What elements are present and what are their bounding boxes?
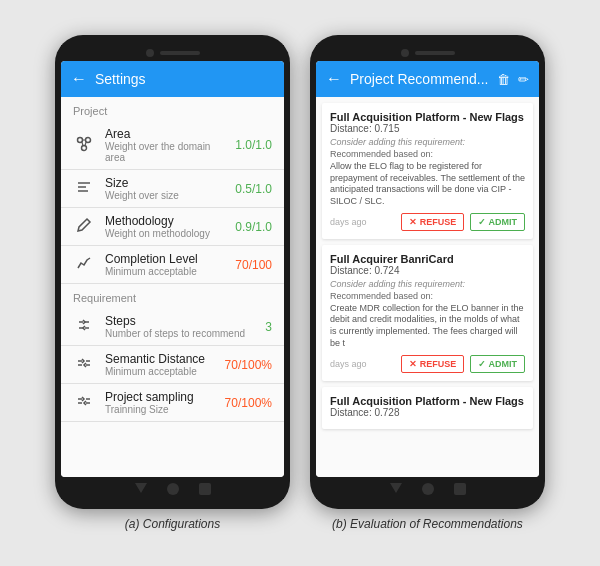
requirement-section-label: Requirement bbox=[61, 284, 284, 308]
rec-card-1-consider: Consider adding this requirement: bbox=[330, 137, 525, 147]
right-phone-bottom-bar bbox=[316, 477, 539, 499]
semantic-icon bbox=[73, 356, 95, 373]
rec-card-1: Full Acquisition Platform - New Flags Di… bbox=[322, 103, 533, 239]
right-phone: ← Project Recommend... 🗑 ✏ Full Acquisit… bbox=[310, 35, 545, 509]
methodology-icon bbox=[73, 217, 95, 236]
sampling-text: Project sampling Trainning Size bbox=[105, 390, 215, 415]
right-phone-caption: (b) Evaluation of Recommendations bbox=[332, 517, 523, 531]
size-value: 0.5/1.0 bbox=[235, 182, 272, 196]
area-subtitle: Weight over the domain area bbox=[105, 141, 225, 163]
rec-card-3: Full Acquisition Platform - New Flags Di… bbox=[322, 387, 533, 429]
rec-card-2-consider: Consider adding this requirement: bbox=[330, 279, 525, 289]
svg-point-2 bbox=[82, 145, 87, 150]
rec-card-2-admit-button[interactable]: ✓ ADMIT bbox=[470, 355, 525, 373]
rec-app-bar: ← Project Recommend... 🗑 ✏ bbox=[316, 61, 539, 97]
rec-back-button[interactable]: ← bbox=[326, 70, 342, 88]
rec-card-2-footer: days ago ✕ REFUSE ✓ ADMIT bbox=[330, 355, 525, 373]
methodology-setting[interactable]: Methodology Weight on methodology 0.9/1.… bbox=[61, 208, 284, 246]
semantic-subtitle: Minimum acceptable bbox=[105, 366, 215, 377]
semantic-setting[interactable]: Semantic Distance Minimum acceptable 70/… bbox=[61, 346, 284, 384]
completion-icon bbox=[73, 256, 95, 273]
settings-content: Project bbox=[61, 97, 284, 477]
edit-icon[interactable]: ✏ bbox=[518, 72, 529, 87]
rec-card-1-refuse-button[interactable]: ✕ REFUSE bbox=[401, 213, 464, 231]
left-phone-caption: (a) Configurations bbox=[125, 517, 220, 531]
right-phone-screen: ← Project Recommend... 🗑 ✏ Full Acquisit… bbox=[316, 61, 539, 477]
sampling-title: Project sampling bbox=[105, 390, 215, 404]
right-camera bbox=[401, 49, 409, 57]
rec-card-3-distance: Distance: 0.728 bbox=[330, 407, 525, 418]
right-nav-recents-btn[interactable] bbox=[454, 483, 466, 495]
sampling-setting[interactable]: Project sampling Trainning Size 70/100% bbox=[61, 384, 284, 422]
steps-text: Steps Number of steps to recommend bbox=[105, 314, 255, 339]
svg-point-1 bbox=[86, 137, 91, 142]
area-value: 1.0/1.0 bbox=[235, 138, 272, 152]
sampling-value: 70/100% bbox=[225, 396, 272, 410]
rec-card-1-footer: days ago ✕ REFUSE ✓ ADMIT bbox=[330, 213, 525, 231]
delete-icon[interactable]: 🗑 bbox=[497, 72, 510, 87]
completion-value: 70/100 bbox=[235, 258, 272, 272]
steps-value: 3 bbox=[265, 320, 272, 334]
rec-card-1-admit-button[interactable]: ✓ ADMIT bbox=[470, 213, 525, 231]
semantic-value: 70/100% bbox=[225, 358, 272, 372]
size-setting[interactable]: Size Weight over size 0.5/1.0 bbox=[61, 170, 284, 208]
settings-app-bar: ← Settings bbox=[61, 61, 284, 97]
area-setting[interactable]: Area Weight over the domain area 1.0/1.0 bbox=[61, 121, 284, 170]
area-title: Area bbox=[105, 127, 225, 141]
completion-subtitle: Minimum acceptable bbox=[105, 266, 225, 277]
left-phone-top-bar bbox=[61, 45, 284, 61]
size-icon bbox=[73, 180, 95, 197]
left-phone-screen: ← Settings Project bbox=[61, 61, 284, 477]
camera bbox=[146, 49, 154, 57]
methodology-value: 0.9/1.0 bbox=[235, 220, 272, 234]
size-text: Size Weight over size bbox=[105, 176, 225, 201]
size-subtitle: Weight over size bbox=[105, 190, 225, 201]
completion-setting[interactable]: Completion Level Minimum acceptable 70/1… bbox=[61, 246, 284, 284]
rec-card-2-days: days ago bbox=[330, 359, 395, 369]
rec-card-2: Full Acquirer BanriCard Distance: 0.724 … bbox=[322, 245, 533, 381]
rec-card-2-body: Create MDR collection for the ELO banner… bbox=[330, 303, 525, 350]
right-phone-container: ← Project Recommend... 🗑 ✏ Full Acquisit… bbox=[310, 35, 545, 531]
rec-card-1-body: Allow the ELO flag to be registered for … bbox=[330, 161, 525, 208]
left-phone: ← Settings Project bbox=[55, 35, 290, 509]
rec-app-bar-icons: 🗑 ✏ bbox=[497, 72, 529, 87]
page-wrapper: ← Settings Project bbox=[0, 15, 600, 551]
rec-card-2-refuse-button[interactable]: ✕ REFUSE bbox=[401, 355, 464, 373]
back-button[interactable]: ← bbox=[71, 70, 87, 88]
right-nav-back-btn[interactable] bbox=[390, 483, 402, 493]
right-phone-top-bar bbox=[316, 45, 539, 61]
area-text: Area Weight over the domain area bbox=[105, 127, 225, 163]
rec-card-1-title: Full Acquisition Platform - New Flags bbox=[330, 111, 525, 123]
rec-card-1-distance: Distance: 0.715 bbox=[330, 123, 525, 134]
nav-recents-btn[interactable] bbox=[199, 483, 211, 495]
settings-title: Settings bbox=[95, 71, 274, 87]
project-section-label: Project bbox=[61, 97, 284, 121]
methodology-title: Methodology bbox=[105, 214, 225, 228]
right-nav-home-btn[interactable] bbox=[422, 483, 434, 495]
rec-card-3-title: Full Acquisition Platform - New Flags bbox=[330, 395, 525, 407]
steps-setting[interactable]: Steps Number of steps to recommend 3 bbox=[61, 308, 284, 346]
nav-back-btn[interactable] bbox=[135, 483, 147, 493]
left-phone-container: ← Settings Project bbox=[55, 35, 290, 531]
rec-title: Project Recommend... bbox=[350, 71, 489, 87]
nav-home-btn[interactable] bbox=[167, 483, 179, 495]
rec-card-2-based: Recommended based on: bbox=[330, 291, 525, 301]
steps-subtitle: Number of steps to recommend bbox=[105, 328, 255, 339]
rec-card-1-days: days ago bbox=[330, 217, 395, 227]
speaker bbox=[160, 51, 200, 55]
rec-card-2-title: Full Acquirer BanriCard bbox=[330, 253, 525, 265]
area-icon bbox=[73, 136, 95, 155]
methodology-text: Methodology Weight on methodology bbox=[105, 214, 225, 239]
semantic-text: Semantic Distance Minimum acceptable bbox=[105, 352, 215, 377]
sampling-icon bbox=[73, 394, 95, 411]
semantic-title: Semantic Distance bbox=[105, 352, 215, 366]
sampling-subtitle: Trainning Size bbox=[105, 404, 215, 415]
rec-content: Full Acquisition Platform - New Flags Di… bbox=[316, 97, 539, 477]
steps-title: Steps bbox=[105, 314, 255, 328]
methodology-subtitle: Weight on methodology bbox=[105, 228, 225, 239]
rec-card-1-based: Recommended based on: bbox=[330, 149, 525, 159]
steps-icon bbox=[73, 318, 95, 335]
left-phone-bottom-bar bbox=[61, 477, 284, 499]
rec-card-2-distance: Distance: 0.724 bbox=[330, 265, 525, 276]
size-title: Size bbox=[105, 176, 225, 190]
